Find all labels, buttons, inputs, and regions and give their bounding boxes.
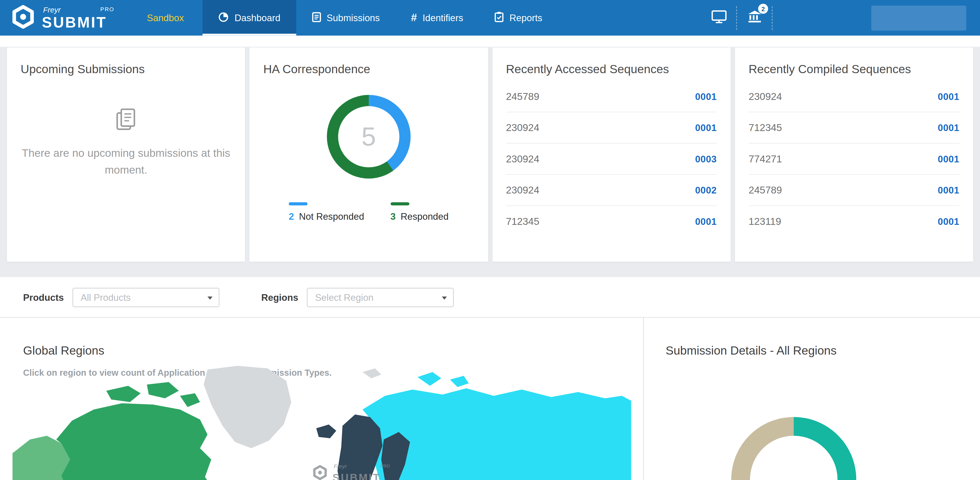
legend-label: Not Responded [299,211,364,222]
sequence-number-link[interactable]: 0001 [695,216,717,227]
brand-product: SUBMIT [42,14,107,31]
tab-identifiers[interactable]: # Identifiers [395,0,479,36]
notification-badge: 2 [758,4,768,14]
filters-bar: Products All Products Regions Select Reg… [0,277,980,318]
navbar-divider [772,6,772,30]
tab-label: Dashboard [234,13,280,23]
document-icon [312,11,321,24]
legend-label: Responded [401,211,449,222]
sequence-id: 230924 [506,122,539,133]
map-region-north-america [56,403,216,480]
section-title: Submission Details - All Regions [666,344,980,358]
table-row: 230924 0001 [506,112,717,144]
navbar-right-actions: 2 [701,0,980,36]
brand-logo[interactable]: Freyr PRO SUBMIT [0,0,116,36]
sequence-id: 230924 [749,91,782,102]
section-title: Global Regions [23,344,643,358]
products-select[interactable]: All Products [73,288,220,307]
sequence-id: 245789 [749,185,782,196]
sequence-id: 230924 [506,153,539,165]
sequence-number-link[interactable]: 0002 [695,185,717,195]
legend-item-not-responded: 2Not Responded [289,202,364,222]
regions-select-value: Select Region [315,292,374,303]
card-title: Upcoming Submissions [21,62,231,76]
legend-swatch [289,202,307,205]
card-title: Recently Accessed Sequences [506,62,717,76]
card-title: Recently Compiled Sequences [749,62,959,76]
main-nav-tabs: Dashboard Submissions # Identifiers [203,0,558,36]
sequence-number-link[interactable]: 0001 [695,91,717,102]
watermark-text: Freyr PRO SUBMIT [332,463,390,480]
tab-label: Submissions [327,13,380,23]
table-row: 245789 0001 [506,81,717,112]
top-navbar: Freyr PRO SUBMIT Sandbox Dashboard [0,0,980,36]
tab-dashboard[interactable]: Dashboard [203,0,296,36]
regions-select[interactable]: Select Region [307,288,454,307]
recently-accessed-card: Recently Accessed Sequences 245789 0001 … [492,47,731,262]
card-title: HA Correspondence [263,62,474,76]
sequence-table: 230924 0001 712345 0001 774271 0001 2457… [749,81,959,236]
lower-content-row: Global Regions Click on region to view c… [0,318,980,480]
sequence-id: 123119 [749,215,781,227]
spacer [0,36,980,47]
sequence-id: 230924 [506,185,539,196]
sequence-number-link[interactable]: 0001 [938,91,959,102]
sequence-number-link[interactable]: 0001 [695,122,717,133]
empty-message: There are no upcoming submissions at thi… [21,145,231,179]
submission-details-panel: Submission Details - All Regions [644,318,980,480]
tab-submissions[interactable]: Submissions [296,0,396,36]
brand-name: Freyr [43,5,61,14]
app-viewport: Freyr PRO SUBMIT Sandbox Dashboard [0,0,980,480]
tab-label: Identifiers [423,13,463,23]
empty-state: There are no upcoming submissions at thi… [21,106,231,179]
products-select-value: All Products [81,292,130,303]
recently-compiled-card: Recently Compiled Sequences 230924 0001 … [734,47,974,262]
environment-label: Sandbox [147,0,184,36]
sequence-id: 712345 [749,122,782,133]
clipboard-check-icon [495,11,504,24]
sequence-id: 245789 [506,91,539,102]
map-region-greenland [204,366,291,448]
submission-details-donut-chart[interactable] [731,417,856,480]
table-row: 774271 0001 [749,144,959,174]
regions-filter-label: Regions [261,292,298,303]
hexagon-logo-icon [312,465,328,480]
tab-reports[interactable]: Reports [479,0,558,36]
global-regions-panel: Global Regions Click on region to view c… [0,318,644,480]
donut-total: 5 [327,95,410,179]
sequence-number-link[interactable]: 0003 [695,154,717,164]
upcoming-submissions-card: Upcoming Submissions There are no upcomi… [6,47,246,262]
table-row: 712345 0001 [749,112,959,144]
brand-text: Freyr PRO SUBMIT [42,5,116,31]
donut-legend: 2Not Responded 3Responded [263,202,474,222]
ha-donut-chart: 5 [327,95,410,179]
chevron-down-icon [207,296,213,299]
legend-item-responded: 3Responded [390,202,449,222]
tab-label: Reports [509,13,542,23]
summary-cards-row: Upcoming Submissions There are no upcomi… [0,47,980,277]
table-row: 230924 0002 [506,175,717,206]
products-filter-label: Products [23,292,64,303]
table-row: 123119 0001 [749,206,959,236]
legend-value: 3 [390,211,396,222]
table-row: 230924 0001 [749,81,959,112]
sequence-number-link[interactable]: 0001 [938,216,959,227]
sequence-number-link[interactable]: 0001 [938,185,959,195]
table-row: 245789 0001 [749,175,959,206]
map-region-iceland [316,425,336,438]
sequence-number-link[interactable]: 0001 [938,122,959,133]
ha-correspondence-card: HA Correspondence 5 2Not Responded 3Resp… [249,47,488,262]
brand-tier: PRO [100,6,115,12]
copy-document-icon [112,125,140,136]
table-row: 712345 0001 [506,206,717,236]
legend-swatch [390,202,409,205]
sequence-table: 245789 0001 230924 0001 230924 0003 2309… [506,81,717,236]
user-menu[interactable] [871,5,966,30]
donut-chart-wrap: 5 [263,95,474,179]
world-map[interactable] [13,366,631,480]
bank-button[interactable]: 2 [737,0,772,36]
monitor-button[interactable] [701,0,736,36]
sequence-number-link[interactable]: 0001 [938,154,959,164]
pie-chart-icon [218,11,229,24]
legend-value: 2 [289,211,294,222]
